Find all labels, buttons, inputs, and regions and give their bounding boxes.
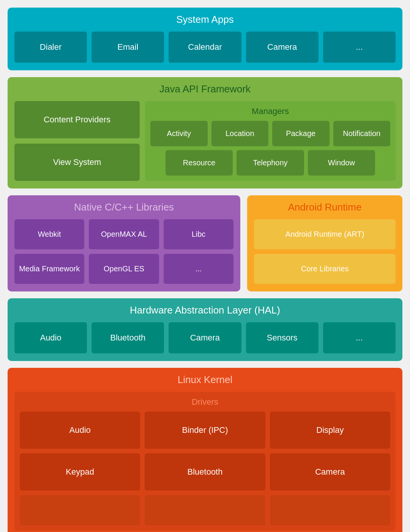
system-apps-grid: Dialer Email Calendar Camera ... bbox=[14, 32, 396, 63]
app-dialer: Dialer bbox=[14, 32, 87, 63]
manager-location: Location bbox=[211, 121, 269, 146]
driver-camera: Camera bbox=[270, 453, 390, 491]
app-camera: Camera bbox=[246, 32, 319, 63]
drivers-section: Drivers Audio Binder (IPC) Display Keypa… bbox=[14, 392, 396, 531]
driver-audio: Audio bbox=[20, 412, 140, 449]
runtime-grid: Android Runtime (ART) Core Libraries bbox=[254, 219, 396, 284]
drivers-grid: Audio Binder (IPC) Display Keypad Blueto… bbox=[20, 412, 390, 526]
app-more: ... bbox=[323, 32, 396, 63]
hal-bluetooth: Bluetooth bbox=[91, 322, 164, 353]
driver-keypad: Keypad bbox=[20, 453, 140, 491]
content-providers-box: Content Providers bbox=[14, 101, 140, 138]
app-email: Email bbox=[91, 32, 164, 63]
native-more: ... bbox=[164, 254, 233, 284]
driver-empty-3 bbox=[270, 495, 390, 526]
middle-row: Native C/C++ Libraries Webkit OpenMAX AL… bbox=[8, 195, 402, 291]
native-libc: Libc bbox=[164, 219, 233, 249]
view-system-box: View System bbox=[14, 144, 140, 181]
java-api-content: Content Providers View System Managers A… bbox=[14, 101, 396, 181]
native-cpp-layer: Native C/C++ Libraries Webkit OpenMAX AL… bbox=[8, 195, 240, 291]
android-runtime-title: Android Runtime bbox=[254, 201, 396, 213]
native-webkit: Webkit bbox=[14, 219, 84, 249]
hal-camera: Camera bbox=[169, 322, 241, 353]
java-api-title: Java API Framework bbox=[14, 83, 396, 95]
native-cpp-title: Native C/C++ Libraries bbox=[14, 201, 233, 213]
native-openmax: OpenMAX AL bbox=[89, 219, 159, 249]
system-apps-title: System Apps bbox=[14, 14, 396, 25]
driver-bluetooth: Bluetooth bbox=[145, 453, 265, 491]
hal-audio: Audio bbox=[14, 322, 87, 353]
manager-activity: Activity bbox=[150, 121, 208, 146]
manager-window: Window bbox=[308, 150, 375, 176]
managers-title: Managers bbox=[150, 106, 390, 116]
managers-section: Managers Activity Location Package Notif… bbox=[145, 101, 396, 181]
driver-display: Display bbox=[270, 412, 390, 449]
app-calendar: Calendar bbox=[169, 32, 241, 63]
hal-more: ... bbox=[323, 322, 396, 353]
android-runtime-layer: Android Runtime Android Runtime (ART) Co… bbox=[247, 195, 402, 291]
managers-row2: Resource Telephony Window bbox=[150, 150, 390, 176]
runtime-core-libraries: Core Libraries bbox=[254, 254, 396, 284]
managers-row1: Activity Location Package Notification bbox=[150, 121, 390, 146]
java-api-layer: Java API Framework Content Providers Vie… bbox=[8, 77, 402, 188]
hal-title: Hardware Abstraction Layer (HAL) bbox=[14, 304, 396, 316]
manager-resource: Resource bbox=[166, 150, 233, 176]
manager-notification: Notification bbox=[333, 121, 391, 146]
native-opengl: OpenGL ES bbox=[89, 254, 159, 284]
hal-layer: Hardware Abstraction Layer (HAL) Audio B… bbox=[8, 298, 402, 361]
hal-sensors: Sensors bbox=[246, 322, 319, 353]
runtime-art: Android Runtime (ART) bbox=[254, 219, 396, 249]
system-apps-layer: System Apps Dialer Email Calendar Camera… bbox=[8, 8, 402, 70]
java-left-column: Content Providers View System bbox=[14, 101, 140, 181]
linux-kernel-title: Linux Kernel bbox=[14, 374, 396, 386]
manager-package: Package bbox=[272, 121, 330, 146]
manager-telephony: Telephony bbox=[237, 150, 304, 176]
linux-kernel-layer: Linux Kernel Drivers Audio Binder (IPC) … bbox=[8, 368, 402, 532]
drivers-title: Drivers bbox=[20, 397, 390, 407]
driver-empty-2 bbox=[145, 495, 265, 526]
native-grid: Webkit OpenMAX AL Libc Media Framework O… bbox=[14, 219, 233, 284]
driver-binder: Binder (IPC) bbox=[145, 412, 265, 449]
hal-grid: Audio Bluetooth Camera Sensors ... bbox=[14, 322, 396, 353]
driver-empty-1 bbox=[20, 495, 140, 526]
native-media-framework: Media Framework bbox=[14, 254, 84, 284]
